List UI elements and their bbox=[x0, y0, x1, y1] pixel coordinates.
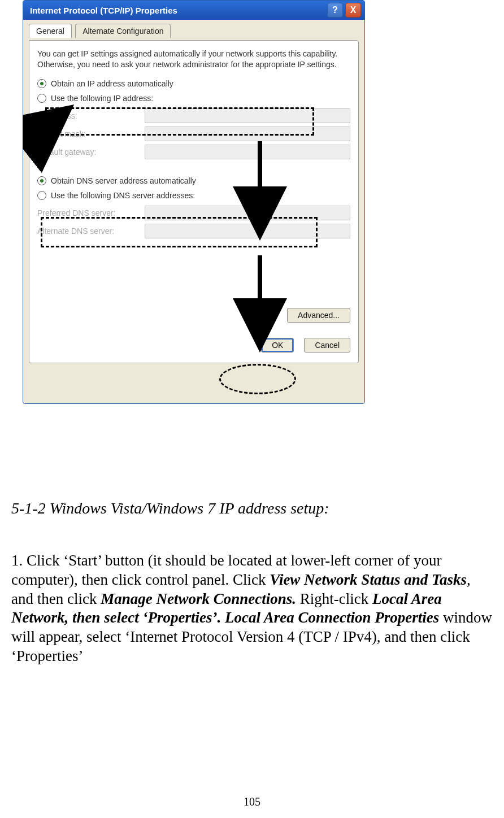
radio-label: Obtain DNS server address automatically bbox=[51, 176, 196, 185]
tab-strip: General Alternate Configuration bbox=[23, 20, 364, 40]
close-button[interactable]: X bbox=[345, 3, 361, 18]
page-number: 105 bbox=[0, 795, 504, 808]
radio-icon bbox=[37, 191, 46, 200]
ip-address-input[interactable] bbox=[145, 108, 350, 123]
help-button[interactable]: ? bbox=[327, 3, 343, 18]
tab-alternate-configuration[interactable]: Alternate Configuration bbox=[75, 24, 171, 38]
preferred-dns-input[interactable] bbox=[145, 206, 350, 220]
ok-button[interactable]: OK bbox=[261, 338, 294, 353]
radio-obtain-dns-auto[interactable]: Obtain DNS server address automatically bbox=[37, 176, 350, 185]
field-ip-address: IP address: bbox=[37, 108, 350, 123]
field-alternate-dns: Alternate DNS server: bbox=[37, 224, 350, 238]
titlebar: Internet Protocol (TCP/IP) Properties ? … bbox=[23, 1, 364, 20]
radio-icon bbox=[37, 79, 46, 88]
default-gateway-input[interactable] bbox=[145, 145, 350, 159]
radio-label: Use the following DNS server addresses: bbox=[51, 191, 195, 200]
advanced-row: Advanced... bbox=[287, 311, 350, 320]
radio-label: Use the following IP address: bbox=[51, 94, 153, 103]
radio-icon bbox=[37, 176, 46, 185]
titlebar-buttons: ? X bbox=[327, 3, 361, 18]
text-run: Right-click bbox=[296, 590, 372, 607]
bottom-buttons: OK Cancel bbox=[261, 338, 350, 353]
radio-obtain-ip-auto[interactable]: Obtain an IP address automatically bbox=[37, 79, 350, 88]
window-title: Internet Protocol (TCP/IP) Properties bbox=[27, 6, 177, 15]
emphasized-text: Manage Network Connections. bbox=[101, 590, 296, 607]
alternate-dns-input[interactable] bbox=[145, 224, 350, 238]
help-icon: ? bbox=[332, 5, 338, 15]
instruction-paragraph: 1. Click ‘Start’ button (it should be lo… bbox=[11, 551, 493, 666]
field-subnet-mask: Subnet mask: bbox=[37, 127, 350, 141]
field-default-gateway: Default gateway: bbox=[37, 145, 350, 159]
tcpip-properties-dialog: Internet Protocol (TCP/IP) Properties ? … bbox=[23, 0, 365, 404]
close-icon: X bbox=[350, 5, 357, 15]
tab-general[interactable]: General bbox=[29, 24, 72, 38]
section-heading: 5-1-2 Windows Vista/Windows 7 IP address… bbox=[11, 499, 329, 517]
field-preferred-dns: Preferred DNS server: bbox=[37, 206, 350, 220]
radio-icon bbox=[37, 94, 46, 103]
advanced-button[interactable]: Advanced... bbox=[287, 308, 350, 323]
subnet-mask-input[interactable] bbox=[145, 127, 350, 141]
radio-label: Obtain an IP address automatically bbox=[51, 79, 173, 88]
radio-use-following-dns[interactable]: Use the following DNS server addresses: bbox=[37, 191, 350, 200]
emphasized-text: View Network Status and Tasks bbox=[270, 571, 467, 588]
cancel-button[interactable]: Cancel bbox=[304, 338, 350, 353]
radio-use-following-ip[interactable]: Use the following IP address: bbox=[37, 94, 350, 103]
intro-text: You can get IP settings assigned automat… bbox=[37, 49, 350, 70]
panel-general: You can get IP settings assigned automat… bbox=[29, 40, 359, 363]
